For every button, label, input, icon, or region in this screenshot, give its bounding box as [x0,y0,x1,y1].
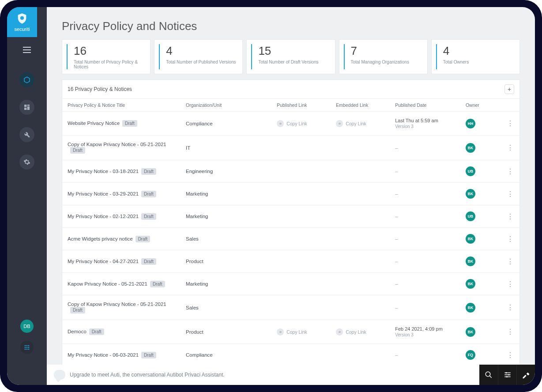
row-menu-button[interactable]: ⋮ [507,235,514,243]
table-row[interactable]: My Privacy Notice - 04-27-2021DraftProdu… [62,250,519,273]
row-title: My Privacy Notice - 03-18-2021 [68,169,139,174]
column-header-date[interactable]: Published Date [390,99,460,112]
app-screen: securiti DB [7,7,535,385]
copy-link-button[interactable]: ⊘Copy Link [277,120,325,127]
column-header-embedded[interactable]: Embedded Link [331,99,390,112]
svg-point-12 [508,374,509,376]
stat-card-orgs[interactable]: 7 Total Managing Organizations [339,39,428,74]
owner-badge: BK [466,327,475,337]
row-menu-button[interactable]: ⋮ [507,120,514,127]
apps-menu-icon[interactable] [20,341,34,354]
column-header-owner[interactable]: Owner [460,99,501,112]
copy-link-label: Copy Link [346,329,366,335]
panel-header: 16 Privacy Policy & Notices + [62,80,519,99]
row-menu-button[interactable]: ⋮ [507,258,514,265]
table-row[interactable]: DemocoDraftProduct⊘Copy Link⊘Copy LinkFe… [62,320,519,344]
table-row[interactable]: My Privacy Notice - 03-18-2021DraftEngin… [62,160,519,183]
stat-value: 4 [443,44,513,58]
grid-dots-icon [23,344,30,351]
build-button[interactable] [516,365,535,385]
add-policy-button[interactable]: + [504,84,514,94]
copy-link-button[interactable]: ⊘Copy Link [277,328,325,335]
row-org: Product [181,320,271,344]
svg-point-1 [25,345,26,347]
copy-link-button[interactable]: ⊘Copy Link [336,120,384,127]
owner-badge: BK [466,189,475,199]
copy-link-label: Copy Link [346,121,366,126]
table-row[interactable]: Copy of Kapow Privacy Notice - 05-21-202… [62,295,519,320]
date-empty: – [395,259,398,264]
row-org: Compliance [181,112,271,136]
row-menu-button[interactable]: ⋮ [507,190,514,198]
svg-point-8 [26,349,28,350]
stat-card-owners[interactable]: 4 Total Owners [431,39,520,74]
date-empty: – [395,281,398,286]
link-icon: ⊘ [277,328,284,335]
row-menu-button[interactable]: ⋮ [507,144,514,151]
nav-item-tools[interactable] [19,127,34,142]
panel-title: 16 Privacy Policy & Notices [68,86,132,92]
link-icon: ⊘ [277,120,284,127]
layout-icon [23,104,30,111]
stat-value: 7 [351,44,421,58]
row-title: Democo [68,329,87,334]
stat-label: Total Number of Draft Versions [258,60,328,64]
row-org: Marketing [181,273,271,295]
stat-card-draft[interactable]: 15 Total Number of Draft Versions [246,39,335,74]
chat-text: Upgrade to meet Auti, the conversational… [70,372,225,378]
row-menu-button[interactable]: ⋮ [507,351,514,359]
copy-link-button[interactable]: ⊘Copy Link [336,328,384,335]
policies-panel: 16 Privacy Policy & Notices + Privacy Po… [62,79,520,385]
brand-logo[interactable]: securiti [7,7,37,37]
row-menu-button[interactable]: ⋮ [507,328,514,335]
status-tag: Draft [70,307,85,313]
column-header-published[interactable]: Published Link [271,99,331,112]
row-title: Kapow Privacy Notice - 05-21-2021 [68,281,147,286]
table-row[interactable]: My Privacy Notice - 06-03-2021DraftCompl… [62,344,519,366]
stat-card-total-policies[interactable]: 16 Total Number of Privacy Policy & Noti… [62,39,151,74]
row-menu-button[interactable]: ⋮ [507,213,514,220]
user-avatar[interactable]: DB [20,320,34,333]
row-org: Product [181,250,271,273]
table-row[interactable]: Kapow Privacy Notice - 05-21-2021DraftMa… [62,273,519,295]
owner-badge: BK [466,279,475,289]
table-row[interactable]: My Privacy Notice - 03-29-2021DraftMarke… [62,183,519,205]
row-org: Sales [181,228,271,250]
svg-point-2 [26,345,28,347]
footer-tools [479,365,535,385]
date-empty: – [395,214,398,219]
svg-point-0 [20,16,24,20]
row-menu-button[interactable]: ⋮ [507,304,514,311]
table-row[interactable]: Website Privacy NoticeDraftCompliance⊘Co… [62,112,519,136]
svg-point-11 [505,372,507,373]
column-header-org[interactable]: Organization/Unit [181,99,271,112]
table-row[interactable]: Copy of Kapow Privacy Notice - 05-21-202… [62,136,519,160]
row-menu-button[interactable]: ⋮ [507,168,514,175]
nav-item-dashboard[interactable] [19,72,34,87]
menu-toggle-icon[interactable] [23,47,31,55]
hammer-icon [522,371,530,379]
filter-button[interactable] [498,365,516,385]
row-org: Sales [181,295,271,320]
stat-card-published[interactable]: 4 Total Number of Published Versions [154,39,243,74]
nav-item-templates[interactable] [19,100,34,115]
nav-item-settings[interactable] [19,155,34,170]
footer-bar: Upgrade to meet Auti, the conversational… [47,365,535,385]
owner-badge: UB [466,166,475,176]
row-menu-button[interactable]: ⋮ [507,280,514,288]
nav [19,72,34,170]
status-tag: Draft [150,281,165,287]
policies-table: Privacy Policy & Notice Title Organizati… [62,99,519,385]
column-header-title[interactable]: Privacy Policy & Notice Title [62,99,181,112]
copy-link-label: Copy Link [286,329,307,335]
brand-name: securiti [15,26,30,32]
row-org: IT [181,136,271,160]
table-row[interactable]: My Privacy Notice - 02-12-2021DraftMarke… [62,205,519,228]
search-button[interactable] [479,365,498,385]
date-empty: – [395,169,398,174]
date-empty: – [395,236,398,241]
table-row[interactable]: Acme Widgets privacy noticeDraftSales–BK… [62,228,519,250]
owner-badge: BK [466,303,475,313]
chat-bar[interactable]: Upgrade to meet Auti, the conversational… [47,370,479,380]
gear-icon [23,158,30,166]
